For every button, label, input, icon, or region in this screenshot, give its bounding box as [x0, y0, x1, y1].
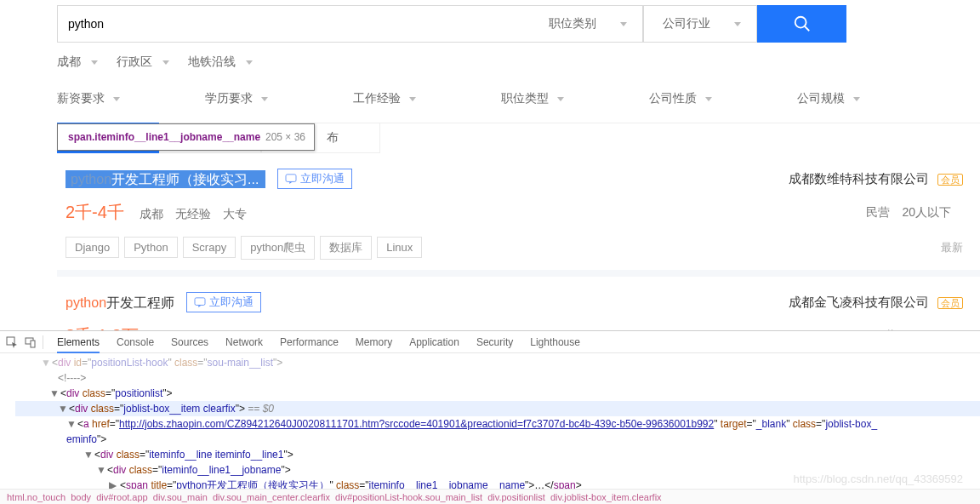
tab-network[interactable]: Network [225, 336, 263, 348]
tab-lighthouse[interactable]: Lighthouse [530, 336, 580, 348]
company-meta: 民营20人以下 [866, 205, 963, 220]
tab-memory[interactable]: Memory [356, 336, 392, 348]
tooltip-dimensions: 205 × 36 [265, 131, 305, 143]
chevron-down-icon [113, 97, 120, 101]
chevron-down-icon [557, 97, 564, 101]
chevron-down-icon [409, 97, 416, 101]
salary: 2千-4千 [66, 203, 124, 221]
svg-point-0 [795, 17, 806, 28]
job-meta: 成都无经验大专 [140, 207, 259, 220]
chevron-down-icon [162, 60, 169, 65]
chevron-down-icon [620, 22, 627, 26]
chat-icon [194, 297, 206, 307]
chevron-down-icon [853, 97, 860, 101]
breadcrumb[interactable]: html.no_touch body div#root.app div.sou_… [0, 489, 980, 504]
city-select[interactable]: 成都 [57, 54, 98, 70]
filter-exp[interactable]: 工作经验 [353, 91, 416, 106]
newest-label: 最新 [941, 240, 963, 255]
chevron-down-icon [734, 22, 741, 26]
chevron-down-icon [705, 97, 712, 101]
svg-line-1 [804, 26, 809, 32]
chat-button[interactable]: 立即沟通 [186, 292, 261, 312]
filter-scale[interactable]: 公司规模 [797, 91, 860, 106]
chat-button[interactable]: 立即沟通 [277, 169, 352, 189]
svg-rect-6 [31, 341, 35, 347]
job-card[interactable]: python开发工程师（接收实习... 立即沟通 成都数维特科技有限公司 会员 … [57, 153, 980, 277]
industry-select[interactable]: 公司行业 [643, 5, 757, 43]
company-name[interactable]: 成都金飞凌科技有限公司 [789, 295, 929, 309]
metro-select[interactable]: 地铁沿线 [188, 54, 253, 70]
filter-type[interactable]: 职位类型 [501, 91, 564, 106]
device-icon[interactable] [24, 335, 37, 349]
search-icon [793, 14, 812, 33]
tab-security[interactable]: Security [476, 336, 513, 348]
svg-rect-2 [286, 175, 296, 182]
member-badge: 会员 [937, 297, 963, 309]
job-tags: DjangoPythonScrapypython爬虫数据库Linux [66, 236, 427, 260]
devtools-panel[interactable]: Elements Console Sources Network Perform… [0, 330, 980, 504]
search-input[interactable] [57, 5, 530, 43]
chat-icon [285, 174, 297, 184]
tab-elements[interactable]: Elements [57, 336, 100, 348]
job-title[interactable]: python开发工程师 [66, 295, 174, 310]
tab-application[interactable]: Application [409, 336, 459, 348]
inspect-icon[interactable] [5, 335, 19, 349]
district-select[interactable]: 行政区 [117, 54, 169, 70]
chevron-down-icon [246, 60, 253, 65]
chevron-down-icon [261, 97, 268, 101]
filter-salary[interactable]: 薪资要求 [57, 91, 120, 106]
job-title[interactable]: python开发工程师（接收实习... [66, 170, 265, 188]
inspector-tooltip: span.iteminfo__line1__jobname__name 205 … [57, 123, 315, 151]
filter-nature[interactable]: 公司性质 [649, 91, 712, 106]
company-name[interactable]: 成都数维特科技有限公司 [789, 171, 929, 186]
svg-rect-3 [195, 298, 205, 306]
category-select[interactable]: 职位类别 [530, 5, 643, 43]
chevron-down-icon [91, 60, 98, 65]
filter-edu[interactable]: 学历要求 [205, 91, 268, 106]
search-button[interactable] [757, 5, 846, 43]
member-badge: 会员 [937, 174, 963, 186]
tab-performance[interactable]: Performance [280, 336, 339, 348]
tab-sources[interactable]: Sources [171, 336, 208, 348]
dom-tree[interactable]: ▼<div id="positionList-hook" class="sou-… [0, 353, 980, 504]
tab-console[interactable]: Console [117, 336, 154, 348]
